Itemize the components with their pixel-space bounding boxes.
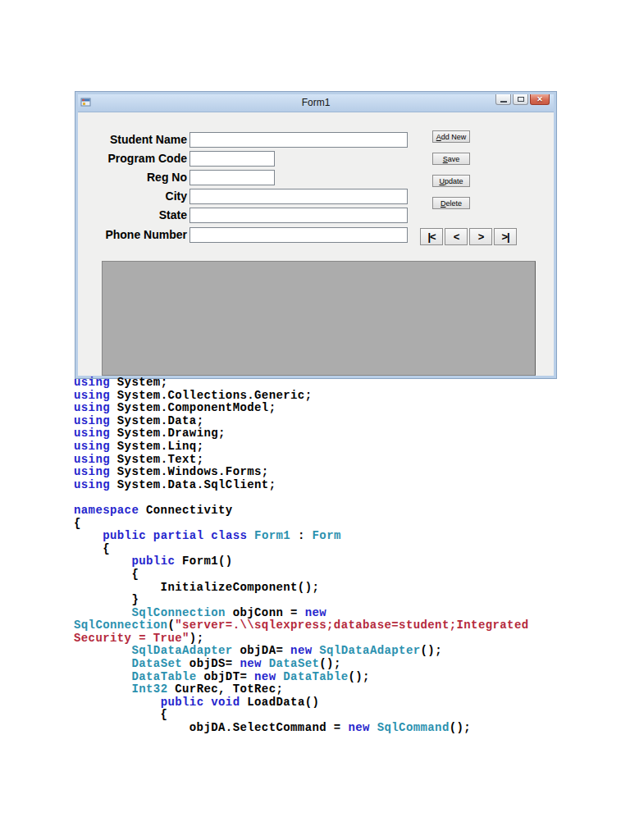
state-input[interactable] [189, 208, 408, 223]
program-code-label: Program Code [78, 151, 187, 167]
code-line: Security = True"); [74, 632, 529, 646]
code-line: using System.Linq; [74, 441, 529, 454]
data-grid-view[interactable] [102, 261, 536, 376]
close-icon: ✕ [536, 95, 543, 104]
code-line: using System.Data; [74, 415, 529, 428]
code-line: public void LoadData() [74, 696, 529, 710]
student-name-input[interactable] [189, 132, 408, 148]
code-line: { [74, 568, 529, 582]
city-label: City [78, 189, 187, 204]
maximize-icon [518, 97, 524, 102]
minimize-button[interactable] [495, 94, 511, 105]
code-line: using System.Windows.Forms; [74, 466, 529, 479]
titlebar[interactable]: Form1 ✕ [78, 94, 554, 112]
code-line: using System.Collections.Generic; [74, 390, 529, 403]
code-line: using System.ComponentModel; [74, 402, 529, 415]
code-line: using System.Text; [74, 454, 529, 467]
code-line: objDA.SelectCommand = new SqlCommand(); [74, 722, 529, 735]
save-button[interactable]: Save [432, 153, 470, 165]
code-line: using System; [74, 377, 529, 390]
close-button[interactable]: ✕ [530, 94, 550, 105]
code-line: } [74, 594, 529, 607]
maximize-button[interactable] [513, 94, 528, 105]
code-line: using System.Drawing; [74, 427, 529, 441]
code-line: SqlConnection objConn = new [74, 607, 529, 620]
code-line: DataTable objDT= new DataTable(); [74, 671, 529, 684]
minimize-icon [500, 101, 507, 103]
code-line: public Form1() [74, 555, 529, 568]
reg-no-input[interactable] [189, 170, 275, 185]
source-code: using System;using System.Collections.Ge… [74, 377, 529, 735]
phone-number-label: Phone Number [78, 227, 187, 243]
code-line: SqlDataAdapter objDA= new SqlDataAdapter… [74, 645, 529, 658]
code-line: { [74, 518, 529, 531]
nav-first-button[interactable]: |< [420, 228, 443, 245]
code-line: InitializeComponent(); [74, 582, 529, 595]
student-name-label: Student Name [78, 132, 187, 148]
code-line: namespace Connectivity [74, 504, 529, 518]
program-code-input[interactable] [189, 151, 275, 167]
code-line: public partial class Form1 : Form [74, 530, 529, 543]
update-button[interactable]: Update [432, 175, 470, 187]
code-line [74, 491, 529, 504]
code-line: { [74, 543, 529, 556]
code-line: DataSet objDS= new DataSet(); [74, 658, 529, 671]
delete-button[interactable]: Delete [432, 197, 470, 209]
window-title: Form1 [78, 94, 554, 112]
code-line: SqlConnection("server=.\\sqlexpress;data… [74, 619, 529, 632]
city-input[interactable] [189, 189, 408, 204]
form1-window: Form1 ✕ Student NameProgram CodeReg NoCi… [75, 92, 556, 378]
code-line: using System.Data.SqlClient; [74, 479, 529, 492]
phone-number-input[interactable] [189, 227, 408, 243]
state-label: State [78, 208, 187, 223]
reg-no-label: Reg No [78, 170, 187, 185]
nav-next-button[interactable]: > [469, 228, 492, 245]
add-new-button[interactable]: Add New [432, 130, 470, 143]
code-line: Int32 CurRec, TotRec; [74, 683, 529, 696]
nav-last-button[interactable]: >| [494, 228, 517, 245]
code-line: { [74, 709, 529, 722]
nav-prev-button[interactable]: < [445, 228, 468, 245]
